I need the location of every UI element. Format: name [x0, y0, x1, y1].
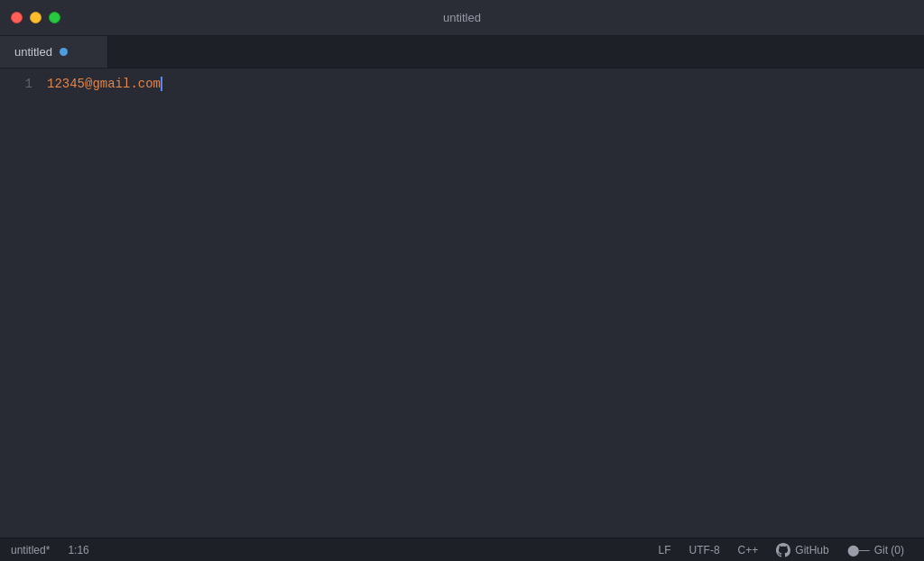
tab-label: untitled [14, 45, 52, 59]
status-line-ending[interactable]: LF [650, 544, 680, 556]
line-number-1: 1 [0, 74, 32, 94]
traffic-lights [11, 12, 60, 23]
window-title: untitled [443, 11, 481, 24]
code-text: 12345@gmail.com [47, 74, 161, 94]
status-encoding[interactable]: UTF-8 [680, 544, 729, 556]
close-button[interactable] [11, 12, 23, 23]
github-icon [776, 543, 790, 557]
title-bar: untitled [0, 0, 924, 36]
github-label: GitHub [795, 544, 828, 556]
cursor [161, 77, 162, 91]
status-filename[interactable]: untitled* [11, 544, 59, 556]
status-bar: untitled* 1:16 LF UTF-8 C++ GitHub ⬤— Gi… [0, 538, 924, 561]
status-position[interactable]: 1:16 [59, 544, 97, 556]
tab-bar-rest [108, 36, 924, 68]
tab-bar: untitled [0, 36, 924, 69]
status-language[interactable]: C++ [729, 544, 768, 556]
git-icon: ⬤— [847, 544, 870, 556]
editor-area[interactable]: 1 12345@gmail.com [0, 69, 924, 538]
tab-unsaved-indicator [60, 48, 68, 56]
code-line-1: 12345@gmail.com [47, 74, 924, 94]
editor-content[interactable]: 12345@gmail.com [43, 69, 924, 538]
status-git-button[interactable]: ⬤— Git (0) [838, 544, 913, 556]
minimize-button[interactable] [30, 12, 42, 23]
git-label: Git (0) [874, 544, 904, 556]
status-github-button[interactable]: GitHub [767, 543, 837, 557]
maximize-button[interactable] [49, 12, 60, 23]
line-numbers: 1 [0, 69, 43, 538]
tab-untitled[interactable]: untitled [0, 36, 108, 68]
